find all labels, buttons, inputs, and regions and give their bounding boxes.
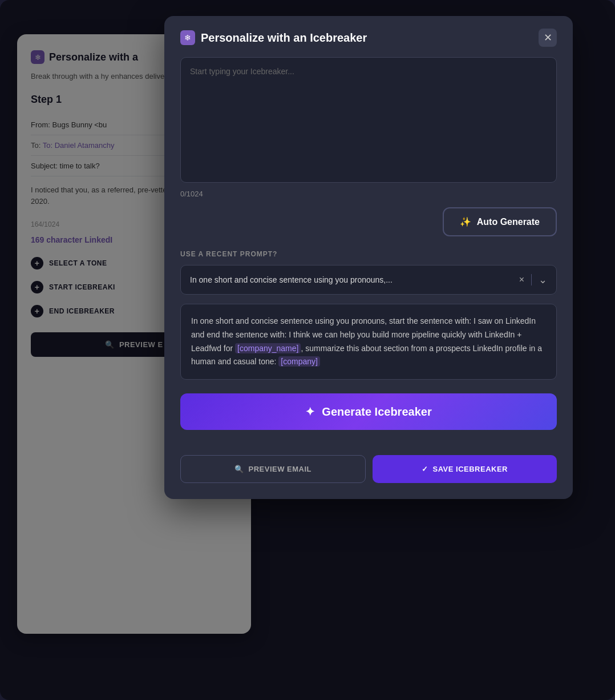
chevron-down-icon[interactable]: ⌄ (539, 273, 547, 286)
modal-title: Personalize with an Icebreaker (201, 31, 367, 45)
prompt-dropdown[interactable]: In one short and concise sentence using … (180, 265, 557, 295)
save-icebreaker-button[interactable]: ✓ SAVE ICEBREAKER (373, 455, 557, 483)
modal-body: 0/1024 ✨ Auto Generate USE A RECENT PROM… (164, 57, 573, 455)
generate-icebreaker-button[interactable]: ✦ Generate Icebreaker (180, 393, 557, 430)
modal-header-left: ❄ Personalize with an Icebreaker (180, 30, 367, 45)
sparkle-generate-icon: ✦ (305, 405, 315, 419)
prompt-preview-box: In one short and concise sentence using … (180, 304, 557, 380)
icebreaker-textarea[interactable] (180, 57, 557, 183)
prompt-divider (531, 274, 532, 285)
company-name-tag: [company_name] (235, 343, 301, 353)
modal-header-icon: ❄ (180, 30, 195, 45)
preview-search-icon: 🔍 (234, 465, 244, 473)
prompt-clear-icon[interactable]: × (519, 275, 524, 285)
check-save-icon: ✓ (422, 465, 428, 473)
selected-prompt-text: In one short and concise sentence using … (190, 275, 519, 284)
icebreaker-modal: ❄ Personalize with an Icebreaker ✕ 0/102… (164, 16, 573, 499)
char-count: 0/1024 (180, 190, 557, 198)
auto-generate-row: ✨ Auto Generate (180, 207, 557, 236)
modal-header: ❄ Personalize with an Icebreaker ✕ (164, 16, 573, 57)
generate-btn-label: Generate Icebreaker (322, 405, 431, 419)
auto-generate-button[interactable]: ✨ Auto Generate (443, 207, 557, 236)
preview-email-label: PREVIEW EMAIL (248, 465, 311, 473)
company-tag: [company] (278, 356, 320, 367)
wand-icon: ✨ (460, 216, 471, 227)
recent-prompt-label: USE A RECENT PROMPT? (180, 250, 557, 258)
auto-generate-label: Auto Generate (477, 217, 540, 227)
preview-email-button[interactable]: 🔍 PREVIEW EMAIL (180, 455, 366, 483)
modal-close-button[interactable]: ✕ (539, 29, 557, 47)
modal-footer: 🔍 PREVIEW EMAIL ✓ SAVE ICEBREAKER (164, 455, 573, 499)
save-icebreaker-label: SAVE ICEBREAKER (432, 465, 508, 473)
prompt-dropdown-actions: × ⌄ (519, 273, 547, 286)
